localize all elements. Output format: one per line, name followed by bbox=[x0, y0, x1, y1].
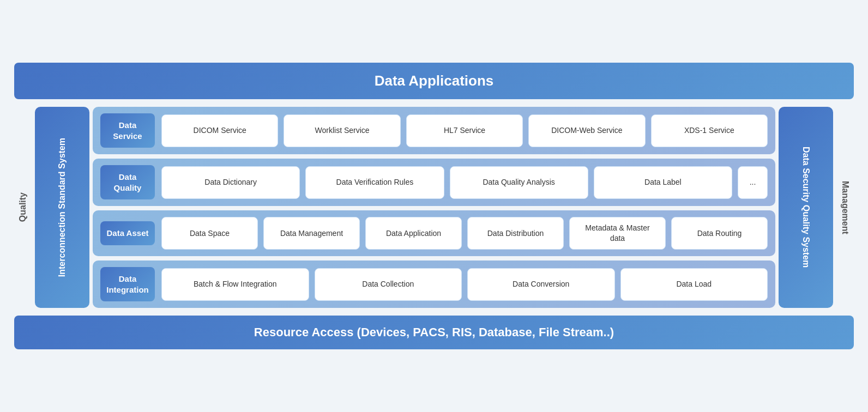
card-item-1-1[interactable]: Data Verification Rules bbox=[305, 166, 444, 199]
diagram-container: Data Applications Quality Interconnectio… bbox=[14, 63, 854, 349]
card-item-0-3[interactable]: DICOM-Web Service bbox=[528, 114, 645, 147]
card-item-2-3[interactable]: Data Distribution bbox=[467, 217, 564, 250]
middle-section: Quality Interconnection Standard System … bbox=[14, 107, 854, 308]
card-item-0-2[interactable]: HL7 Service bbox=[406, 114, 523, 147]
card-item-1-0[interactable]: Data Dictionary bbox=[161, 166, 300, 199]
row-items-2: Data SpaceData ManagementData Applicatio… bbox=[161, 217, 768, 250]
bottom-bar-label: Resource Access (Devices, PACS, RIS, Dat… bbox=[254, 325, 614, 339]
bottom-bar: Resource Access (Devices, PACS, RIS, Dat… bbox=[14, 316, 854, 349]
card-item-2-2[interactable]: Data Application bbox=[365, 217, 462, 250]
row-items-0: DICOM ServiceWorklist ServiceHL7 Service… bbox=[161, 114, 768, 147]
row-label-1: Data Quality bbox=[100, 165, 155, 199]
card-item-1-4[interactable]: ... bbox=[738, 166, 768, 199]
side-label-left: Quality bbox=[14, 107, 32, 308]
security-box: Data Security Quality System bbox=[779, 107, 833, 308]
card-item-0-4[interactable]: XDS-1 Service bbox=[651, 114, 768, 147]
side-label-right: Management bbox=[836, 107, 854, 308]
row-band-3: Data IntegrationBatch & Flow Integration… bbox=[93, 260, 775, 308]
card-item-3-2[interactable]: Data Conversion bbox=[467, 268, 615, 301]
row-items-1: Data DictionaryData Verification RulesDa… bbox=[161, 166, 768, 199]
security-label: Data Security Quality System bbox=[801, 147, 811, 268]
interconnection-label: Interconnection Standard System bbox=[57, 138, 67, 277]
card-item-1-3[interactable]: Data Label bbox=[594, 166, 732, 199]
card-item-3-1[interactable]: Data Collection bbox=[315, 268, 462, 301]
top-bar-label: Data Applications bbox=[375, 72, 494, 89]
card-item-2-1[interactable]: Data Management bbox=[263, 217, 360, 250]
row-label-0: Data Service bbox=[100, 113, 155, 148]
card-item-2-4[interactable]: Metadata & Master data bbox=[569, 217, 666, 250]
card-item-1-2[interactable]: Data Quality Analysis bbox=[450, 166, 588, 199]
interconnection-box: Interconnection Standard System bbox=[35, 107, 89, 308]
card-item-2-5[interactable]: Data Routing bbox=[671, 217, 768, 250]
main-content: Interconnection Standard System Data Ser… bbox=[35, 107, 833, 308]
card-item-3-3[interactable]: Data Load bbox=[620, 268, 768, 301]
row-band-1: Data QualityData DictionaryData Verifica… bbox=[93, 159, 775, 206]
row-items-3: Batch & Flow IntegrationData CollectionD… bbox=[161, 268, 768, 301]
row-label-3: Data Integration bbox=[100, 267, 155, 301]
card-item-2-0[interactable]: Data Space bbox=[161, 217, 258, 250]
card-item-0-0[interactable]: DICOM Service bbox=[161, 114, 278, 147]
row-label-2: Data Asset bbox=[100, 221, 155, 245]
top-bar: Data Applications bbox=[14, 63, 854, 99]
side-right-text: Management bbox=[840, 181, 850, 234]
row-band-2: Data AssetData SpaceData ManagementData … bbox=[93, 210, 775, 256]
card-item-0-1[interactable]: Worklist Service bbox=[284, 114, 400, 147]
rows-container: Data ServiceDICOM ServiceWorklist Servic… bbox=[93, 107, 775, 308]
side-left-text: Quality bbox=[18, 192, 28, 222]
row-band-0: Data ServiceDICOM ServiceWorklist Servic… bbox=[93, 107, 775, 154]
card-item-3-0[interactable]: Batch & Flow Integration bbox=[161, 268, 309, 301]
